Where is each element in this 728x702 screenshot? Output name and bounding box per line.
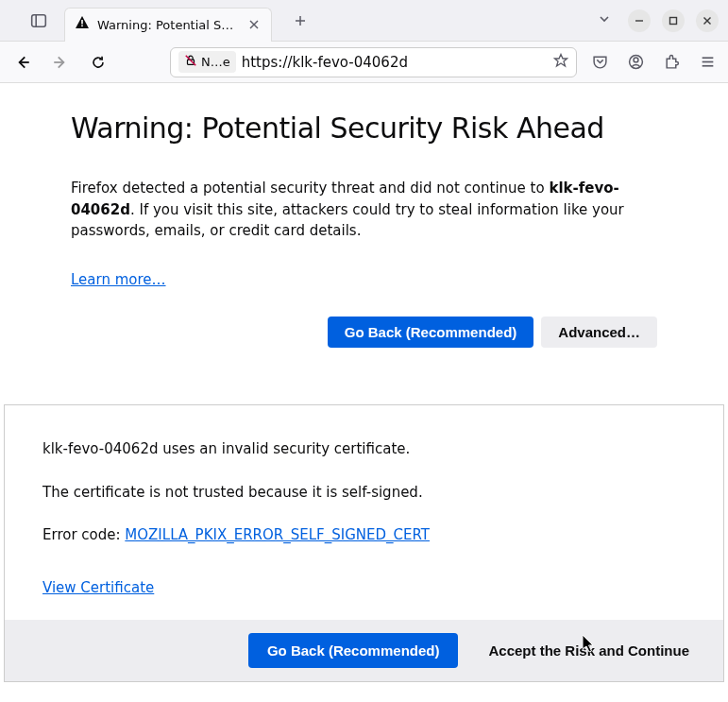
forward-button <box>47 49 74 76</box>
window-minimize-button[interactable] <box>628 9 651 32</box>
window-close-button[interactable] <box>696 9 719 32</box>
titlebar-right <box>592 6 728 35</box>
toolbar: N…e https://klk-fevo-04062d <box>0 42 728 83</box>
tabs-dropdown-icon[interactable] <box>592 6 617 35</box>
warning-tab-icon <box>75 15 90 34</box>
browser-tab[interactable]: Warning: Potential Secur <box>64 8 272 42</box>
back-button[interactable] <box>9 49 36 76</box>
app-menu-icon[interactable] <box>696 51 719 74</box>
svg-rect-9 <box>670 17 677 24</box>
advanced-button[interactable]: Advanced… <box>541 317 657 348</box>
svg-marker-16 <box>555 54 567 66</box>
advanced-body: klk-fevo-04062d uses an invalid security… <box>5 405 723 620</box>
tab-title: Warning: Potential Secur <box>97 18 239 32</box>
url-text: https://klk-fevo-04062d <box>242 54 548 71</box>
desc-suffix: . If you visit this site, attackers coul… <box>71 201 624 240</box>
url-bar[interactable]: N…e https://klk-fevo-04062d <box>170 47 577 77</box>
error-code-link[interactable]: MOZILLA_PKIX_ERROR_SELF_SIGNED_CERT <box>125 526 430 543</box>
accept-risk-button[interactable]: Accept the Risk and Continue <box>469 633 708 668</box>
identity-label: N…e <box>201 55 230 69</box>
desc-prefix: Firefox detected a potential security th… <box>71 180 549 197</box>
toolbar-right <box>588 51 719 74</box>
new-tab-button[interactable] <box>287 8 313 34</box>
svg-rect-2 <box>81 20 83 25</box>
window-maximize-button[interactable] <box>662 9 685 32</box>
advanced-panel: klk-fevo-04062d uses an invalid security… <box>4 404 724 682</box>
titlebar: Warning: Potential Secur <box>0 0 728 42</box>
svg-rect-0 <box>32 14 46 26</box>
pocket-icon[interactable] <box>588 51 611 74</box>
lock-warning-icon <box>184 53 197 71</box>
learn-more-link[interactable]: Learn more… <box>71 271 166 288</box>
view-certificate-link[interactable]: View Certificate <box>42 579 686 596</box>
reload-button[interactable] <box>85 49 111 76</box>
extensions-icon[interactable] <box>660 51 683 74</box>
tab-close-icon[interactable] <box>246 17 262 32</box>
go-back-button[interactable]: Go Back (Recommended) <box>328 317 534 348</box>
button-row: Go Back (Recommended) Advanced… <box>71 317 657 348</box>
cert-error-line1: klk-fevo-04062d uses an invalid security… <box>42 438 686 460</box>
go-back-button-2[interactable]: Go Back (Recommended) <box>248 633 459 668</box>
page-title: Warning: Potential Security Risk Ahead <box>71 111 657 145</box>
error-description: Firefox detected a potential security th… <box>71 178 657 242</box>
titlebar-left: Warning: Potential Secur <box>0 0 313 42</box>
svg-point-18 <box>634 58 638 62</box>
identity-box[interactable]: N…e <box>178 51 236 73</box>
sidebar-panel-icon[interactable] <box>30 12 47 29</box>
error-page: Warning: Potential Security Risk Ahead F… <box>0 83 728 367</box>
svg-rect-3 <box>81 26 83 27</box>
bookmark-star-icon[interactable] <box>553 53 568 72</box>
cert-error-line2: The certificate is not trusted because i… <box>42 482 686 504</box>
advanced-footer: Go Back (Recommended) Accept the Risk an… <box>5 620 723 681</box>
account-icon[interactable] <box>624 51 647 74</box>
error-code-label: Error code: <box>42 526 125 543</box>
error-code-line: Error code: MOZILLA_PKIX_ERROR_SELF_SIGN… <box>42 526 686 543</box>
